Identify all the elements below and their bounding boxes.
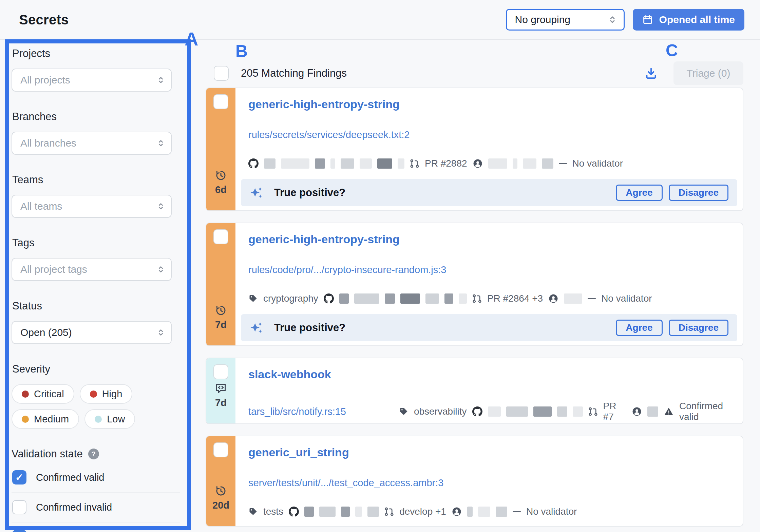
validation-state-label: Validation state [12,448,83,460]
severity-stripe: 7d [206,223,235,345]
confirmed-invalid-label: Confirmed invalid [36,502,112,513]
grouping-select[interactable]: No grouping [506,9,625,31]
history-icon [215,304,227,317]
severity-chip-high[interactable]: High [80,384,133,404]
redacted-text [377,158,392,169]
top-bar: Secrets No grouping Opened all time [0,0,760,40]
comment-code-icon [215,382,227,395]
finding-tag[interactable]: observability [414,406,467,417]
top-bar-actions: No grouping Opened all time [506,9,744,31]
finding-title-link[interactable]: generic-high-entropy-string [248,98,400,111]
github-icon [289,507,299,517]
severity-stripe: 6d [206,88,235,210]
github-icon [324,293,334,304]
redacted-text [488,158,507,169]
finding-validator: No validator [572,158,623,169]
finding-pr[interactable]: PR #2864 +3 [487,293,543,304]
filter-severity: Severity Critical High Medium Low [12,363,180,429]
finding-tag[interactable]: cryptography [263,293,318,304]
finding-checkbox[interactable] [213,229,228,244]
results-header: 205 Matching Findings Triage (0) [206,40,743,88]
finding-validator: Confirmed valid [679,401,737,422]
finding-checkbox[interactable] [213,94,228,109]
redacted-text [523,158,536,169]
chevron-up-down-icon [607,15,618,25]
history-icon [215,169,227,182]
finding-body: slack-webhook tars_lib/src/notify.rs:15 … [235,358,743,423]
severity-dot-medium [22,416,29,423]
validation-error-checkbox[interactable] [12,530,26,532]
results-count: 205 Matching Findings [241,67,347,79]
finding-tag[interactable]: tests [263,506,283,517]
validation-row-confirmed-valid: Confirmed valid [12,463,180,493]
filter-validation-state: Validation state ? Confirmed valid Confi… [12,448,180,532]
severity-dot-high [90,391,97,398]
download-button[interactable] [644,66,658,80]
status-value: Open (205) [20,327,156,338]
redacted-text [264,158,276,169]
tags-select[interactable]: All project tags [12,258,172,281]
opened-all-time-button[interactable]: Opened all time [633,9,744,31]
teams-label: Teams [12,174,180,186]
finding-path-link[interactable]: tars_lib/src/notify.rs:15 [248,406,346,417]
confirmed-valid-checkbox[interactable] [12,470,26,484]
chevron-up-down-icon [156,138,166,148]
finding-branch[interactable]: develop +1 [399,506,446,517]
disagree-button[interactable]: Disagree [669,185,728,201]
sparkles-icon [250,186,264,200]
status-label: Status [12,300,180,312]
severity-chip-medium[interactable]: Medium [12,409,79,429]
results-panel: 205 Matching Findings Triage (0) 6d gene… [206,40,743,527]
redacted-text [304,507,314,517]
severity-label: Severity [12,363,180,375]
agree-button[interactable]: Agree [616,320,662,336]
person-icon [473,158,483,169]
redacted-text [542,158,553,169]
finding-checkbox[interactable] [213,442,228,457]
download-icon [644,66,658,80]
status-select[interactable]: Open (205) [12,321,172,344]
finding-validator: No validator [526,506,577,517]
severity-chip-critical[interactable]: Critical [12,384,74,404]
redacted-text [341,507,350,517]
redacted-text [557,406,567,417]
finding-checkbox[interactable] [213,364,228,379]
finding-path-link[interactable]: server/tests/unit/.../test_code_access.a… [248,477,443,489]
finding-path-link[interactable]: rules/secrets/services/deepseek.txt:2 [248,129,410,140]
teams-select[interactable]: All teams [12,195,172,218]
sparkles-icon [250,321,264,335]
redacted-text [564,293,582,304]
redacted-text [513,158,517,169]
redacted-text [496,507,507,517]
finding-meta-row: tests develop +1 [248,506,737,517]
findings-list: 6d generic-high-entropy-string rules/sec… [206,88,743,527]
branches-select[interactable]: All branches [12,132,172,155]
triage-button[interactable]: Triage (0) [673,61,743,85]
finding-validator: No validator [601,293,652,304]
redacted-text [385,293,395,304]
select-all-checkbox[interactable] [214,66,229,81]
finding-title-link[interactable]: slack-webhook [248,368,331,381]
redacted-text [647,406,658,417]
validation-row-validation-error: Validation error [12,522,180,532]
disagree-button[interactable]: Disagree [669,320,728,336]
finding-card: 7d generic-high-entropy-string rules/cod… [206,223,743,346]
redacted-text [444,293,453,304]
filter-branches: Branches All branches [12,111,180,155]
finding-path-link[interactable]: rules/code/pro/.../crypto-insecure-rando… [248,264,446,276]
agree-button[interactable]: Agree [616,185,662,201]
finding-card: 6d generic-high-entropy-string rules/sec… [206,88,743,211]
severity-chip-label: Critical [34,388,64,400]
finding-title-link[interactable]: generic-high-entropy-string [248,233,400,246]
help-icon[interactable]: ? [88,449,99,459]
finding-pr[interactable]: PR #7 [603,401,626,422]
finding-age: 6d [215,184,227,195]
finding-pr[interactable]: PR #2882 [425,158,467,169]
chevron-up-down-icon [156,75,166,85]
github-icon [248,158,259,169]
finding-title-link[interactable]: generic_uri_string [248,446,349,459]
redacted-text [467,507,473,517]
severity-chip-low[interactable]: Low [84,409,135,429]
confirmed-invalid-checkbox[interactable] [12,500,26,514]
projects-select[interactable]: All projects [12,69,172,92]
